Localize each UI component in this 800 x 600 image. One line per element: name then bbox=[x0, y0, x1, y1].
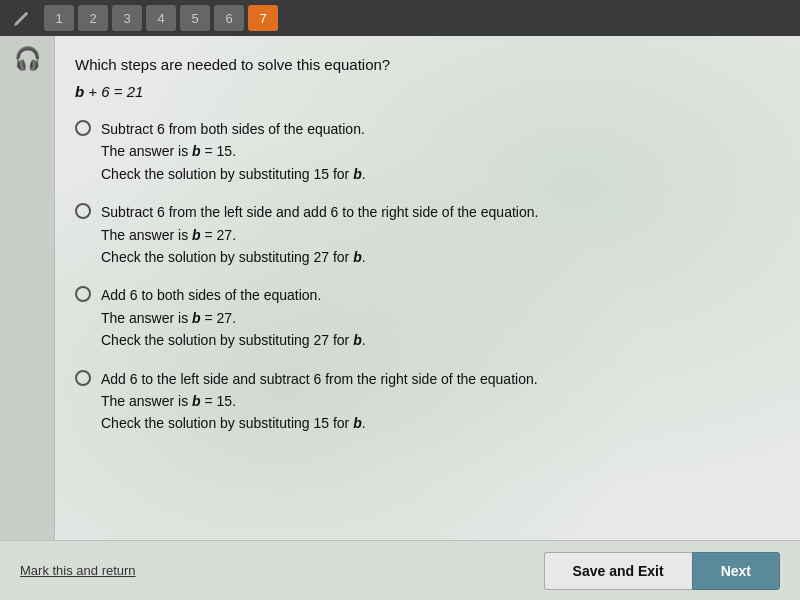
step-1-btn[interactable]: 1 bbox=[44, 5, 74, 31]
option-3[interactable]: Add 6 to both sides of the equation. The… bbox=[75, 284, 770, 351]
equation-display: b + 6 = 21 bbox=[75, 83, 770, 100]
left-sidebar: 🎧 bbox=[0, 36, 55, 540]
radio-1[interactable] bbox=[75, 120, 91, 136]
option-2[interactable]: Subtract 6 from the left side and add 6 … bbox=[75, 201, 770, 268]
option-4-text: Add 6 to the left side and subtract 6 fr… bbox=[101, 368, 538, 435]
save-exit-button[interactable]: Save and Exit bbox=[544, 552, 692, 590]
option-2-text: Subtract 6 from the left side and add 6 … bbox=[101, 201, 538, 268]
radio-3[interactable] bbox=[75, 286, 91, 302]
step-6-btn[interactable]: 6 bbox=[214, 5, 244, 31]
main-area: 🎧 Which steps are needed to solve this e… bbox=[0, 36, 800, 540]
step-2-btn[interactable]: 2 bbox=[78, 5, 108, 31]
pencil-icon bbox=[8, 4, 36, 32]
bottom-bar: Mark this and return Save and Exit Next bbox=[0, 540, 800, 600]
step-5-btn[interactable]: 5 bbox=[180, 5, 210, 31]
option-4[interactable]: Add 6 to the left side and subtract 6 fr… bbox=[75, 368, 770, 435]
top-bar: 1 2 3 4 5 6 7 bbox=[0, 0, 800, 36]
equation-text: b + 6 = 21 bbox=[75, 83, 143, 100]
step-4-btn[interactable]: 4 bbox=[146, 5, 176, 31]
option-1[interactable]: Subtract 6 from both sides of the equati… bbox=[75, 118, 770, 185]
mark-return-button[interactable]: Mark this and return bbox=[20, 563, 136, 578]
step-3-btn[interactable]: 3 bbox=[112, 5, 142, 31]
radio-2[interactable] bbox=[75, 203, 91, 219]
option-3-text: Add 6 to both sides of the equation. The… bbox=[101, 284, 366, 351]
question-area: Which steps are needed to solve this equ… bbox=[55, 36, 800, 540]
step-7-btn[interactable]: 7 bbox=[248, 5, 278, 31]
bottom-right-buttons: Save and Exit Next bbox=[544, 552, 780, 590]
options-list: Subtract 6 from both sides of the equati… bbox=[75, 118, 770, 435]
option-1-text: Subtract 6 from both sides of the equati… bbox=[101, 118, 366, 185]
headphone-icon: 🎧 bbox=[14, 46, 41, 72]
next-button[interactable]: Next bbox=[692, 552, 780, 590]
radio-4[interactable] bbox=[75, 370, 91, 386]
question-text: Which steps are needed to solve this equ… bbox=[75, 56, 770, 73]
